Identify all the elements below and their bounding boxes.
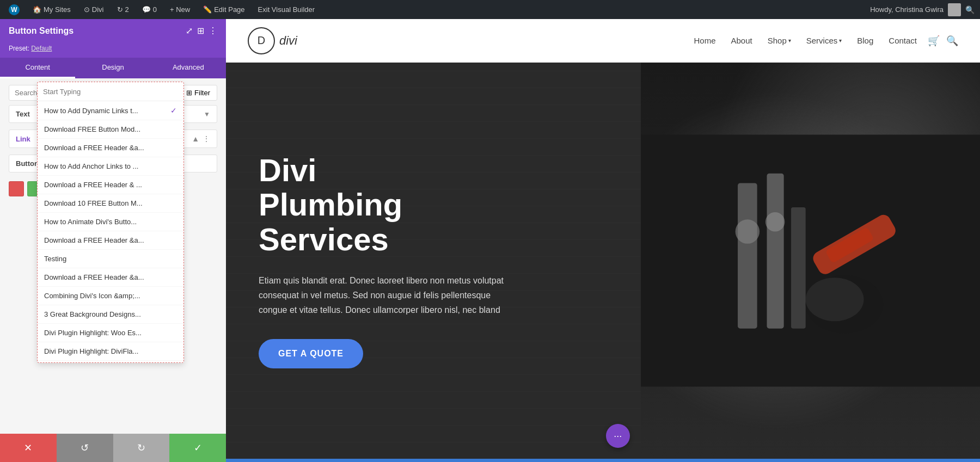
howdy-label: Howdy, Christina Gwira — [870, 5, 944, 14]
panel-footer: ✕ ↺ ↻ ✓ — [0, 434, 226, 462]
tab-content[interactable]: Content — [0, 58, 75, 78]
dropdown-item-0[interactable]: How to Add Dynamic Links t... ✓ — [38, 101, 183, 120]
dropdown-item-text-9: Download a FREE Header &a... — [44, 273, 144, 281]
filter-button[interactable]: ⊞ Filter — [179, 85, 217, 101]
exit-builder-label: Exit Visual Builder — [258, 5, 315, 14]
svg-rect-2 — [767, 174, 783, 329]
hero-left: Divi Plumbing Services Etiam quis blandi… — [226, 63, 641, 459]
panel-tabs: Content Design Advanced — [0, 58, 226, 78]
hero-image-svg — [641, 63, 980, 459]
admin-bar-right: Howdy, Christina Gwira 🔍 — [870, 3, 975, 16]
panel-header-icons: ⤢ ⊞ ⋮ — [186, 26, 217, 36]
edit-page-item[interactable]: ✏️ Edit Page — [200, 0, 248, 19]
grid-icon[interactable]: ⊞ — [197, 26, 204, 36]
dropdown-item-2[interactable]: Download a FREE Header &a... — [38, 139, 183, 157]
logo-letter: D — [258, 34, 265, 47]
cancel-icon: ✕ — [24, 442, 32, 454]
preset-bar: Preset: Default — [0, 42, 226, 58]
dropdown-item-text-0: How to Add Dynamic Links t... — [44, 107, 138, 115]
divi-label: Divi — [92, 5, 104, 14]
undo-button[interactable]: ↺ — [57, 434, 113, 462]
floating-dots-button[interactable]: ··· — [606, 424, 630, 448]
dropdown-item-9[interactable]: Download a FREE Header &a... — [38, 268, 183, 287]
logo-text: divi — [279, 34, 297, 48]
comments-item[interactable]: ↻ 2 — [114, 0, 132, 19]
text-section-arrow[interactable]: ▼ — [204, 110, 210, 118]
hero-description: Etiam quis blandit erat. Donec laoreet l… — [259, 273, 520, 318]
hero-right — [641, 63, 980, 459]
dropdown-item-12[interactable]: Divi Plugin Highlight: Woo Es... — [38, 324, 183, 342]
exit-builder-item[interactable]: Exit Visual Builder — [255, 0, 318, 19]
hero-section: Divi Plumbing Services Etiam quis blandi… — [226, 63, 980, 459]
refresh-icon: ↻ — [117, 5, 123, 14]
dropdown-item-8[interactable]: Testing — [38, 250, 183, 268]
expand-icon[interactable]: ⤢ — [186, 26, 193, 36]
search-icon[interactable]: 🔍 — [965, 5, 975, 14]
panel-header: Button Settings ⤢ ⊞ ⋮ — [0, 19, 226, 42]
logo-circle: D — [248, 27, 275, 54]
dropdown-item-text-10: Combining Divi's Icon &amp;... — [44, 292, 140, 300]
tab-design[interactable]: Design — [75, 58, 150, 78]
nav-home[interactable]: Home — [694, 36, 715, 45]
link-dropdown: How to Add Dynamic Links t... ✓ Download… — [37, 82, 184, 363]
svg-rect-1 — [738, 183, 757, 329]
tab-advanced[interactable]: Advanced — [151, 58, 226, 78]
dropdown-item-14[interactable]: Download a FREE Header & ... — [38, 361, 183, 362]
nav-about[interactable]: About — [731, 36, 752, 45]
dropdown-item-3[interactable]: How to Add Anchor Links to ... — [38, 157, 183, 176]
link-more-btn[interactable]: ⋮ — [203, 134, 210, 143]
dropdown-item-13[interactable]: Divi Plugin Highlight: DiviFla... — [38, 342, 183, 361]
redo-button[interactable]: ↻ — [113, 434, 170, 462]
svg-point-4 — [735, 219, 759, 244]
more-icon[interactable]: ⋮ — [209, 26, 217, 36]
filter-label: Filter — [194, 89, 210, 97]
color-swatch-red[interactable] — [9, 181, 24, 196]
preset-value[interactable]: Default — [31, 45, 52, 52]
shop-caret: ▾ — [788, 38, 791, 44]
nav-shop[interactable]: Shop ▾ — [768, 36, 791, 45]
dropdown-item-6[interactable]: How to Animate Divi's Butto... — [38, 213, 183, 231]
dropdown-item-7[interactable]: Download a FREE Header &a... — [38, 231, 183, 250]
my-sites-label: My Sites — [44, 5, 71, 14]
nav-icons: 🛒 🔍 — [928, 35, 958, 47]
cancel-button[interactable]: ✕ — [0, 434, 57, 462]
cart-button[interactable]: 🛒 — [928, 35, 940, 47]
site-nav: D divi Home About Shop ▾ Services ▾ — [226, 19, 980, 63]
hero-cta-button[interactable]: GET A QUOTE — [259, 339, 363, 368]
home-icon: 🏠 — [33, 5, 41, 14]
save-icon: ✓ — [194, 442, 202, 454]
dropdown-item-10[interactable]: Combining Divi's Icon &amp;... — [38, 287, 183, 305]
dropdown-item-text-11: 3 Great Background Designs... — [44, 310, 141, 318]
nav-services[interactable]: Services ▾ — [806, 36, 842, 45]
panel-title: Button Settings — [9, 26, 74, 36]
avatar — [948, 3, 961, 16]
nav-blog[interactable]: Blog — [857, 36, 873, 45]
wp-icon: W — [9, 4, 20, 15]
dropdown-search-input[interactable] — [43, 88, 178, 96]
divi-icon: ⊙ — [84, 5, 90, 14]
link-collapse-btn[interactable]: ▲ — [192, 134, 199, 143]
blue-stripe — [226, 459, 980, 462]
svg-rect-3 — [791, 207, 806, 329]
nav-search-button[interactable]: 🔍 — [946, 35, 958, 47]
messages-item[interactable]: 💬 0 — [139, 0, 160, 19]
divi-item[interactable]: ⊙ Divi — [81, 0, 107, 19]
wp-logo-item[interactable]: W — [5, 0, 23, 19]
nav-contact[interactable]: Contact — [889, 36, 917, 45]
redo-icon: ↻ — [137, 442, 145, 454]
dropdown-item-5[interactable]: Download 10 FREE Button M... — [38, 194, 183, 213]
dropdown-item-11[interactable]: 3 Great Background Designs... — [38, 305, 183, 324]
save-button[interactable]: ✓ — [169, 434, 226, 462]
dropdown-item-1[interactable]: Download FREE Button Mod... — [38, 120, 183, 139]
left-panel: Button Settings ⤢ ⊞ ⋮ Preset: Default Co… — [0, 19, 226, 462]
dropdown-item-text-4: Download a FREE Header & ... — [44, 181, 142, 189]
bubble-icon: 💬 — [142, 5, 151, 14]
preset-label: Preset: — [9, 45, 29, 52]
new-label: + New — [170, 5, 190, 14]
site-logo: D divi — [248, 27, 297, 54]
my-sites-item[interactable]: 🏠 My Sites — [29, 0, 74, 19]
new-item[interactable]: + New — [167, 0, 193, 19]
dropdown-item-text-1: Download FREE Button Mod... — [44, 125, 140, 133]
dropdown-search-container — [38, 82, 183, 101]
dropdown-item-4[interactable]: Download a FREE Header & ... — [38, 176, 183, 194]
